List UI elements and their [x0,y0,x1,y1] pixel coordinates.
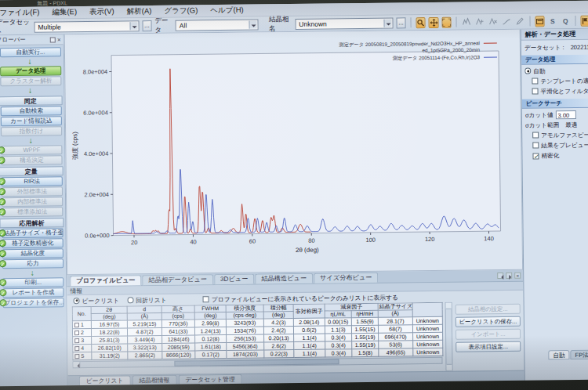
flow-step-21[interactable]: 結晶化度 [2,248,64,258]
close-icon[interactable]: × [57,37,61,42]
table-cell[interactable]: 0.20(13) [264,334,294,342]
zoom-fit-icon[interactable] [441,16,452,27]
chevron-down-icon[interactable] [249,20,257,28]
table-cell[interactable]: 1.55(15) [351,325,378,333]
vertical-scrollbar[interactable] [445,302,453,371]
table-cell[interactable]: Unknown [413,332,443,340]
pan-icon[interactable] [429,16,439,27]
row-number-cell[interactable]: 2 [72,329,91,337]
table-cell[interactable]: Unknown [412,316,442,324]
background-curve-icon[interactable] [501,16,511,27]
chevron-down-icon[interactable] [383,19,391,27]
dataset-combobox[interactable]: Multiple [34,20,139,33]
pencil-icon[interactable] [514,16,524,27]
option-checkbox[interactable]: テンプレートの適用 [532,76,588,87]
table-cell[interactable]: 4.2(3) [263,319,293,327]
flow-step-1[interactable]: 自動実行... [0,47,61,57]
row-number-cell[interactable]: 1 [72,321,91,329]
bottom-tab-2[interactable]: 結晶相情報 [132,375,176,385]
flow-step-20[interactable]: 格子定数精密化 [2,238,64,248]
table-cell[interactable]: 2085(59) [162,343,195,351]
phase-combobox[interactable]: Unknown [295,17,393,29]
table-cell[interactable]: 1.24(13) [194,327,226,335]
bottom-tab-3[interactable]: データセット管理 [178,374,241,385]
table-cell[interactable]: 770(36) [162,320,194,327]
table-cell[interactable]: 1534(76) [226,327,263,335]
profile-chart[interactable]: 204060801001201400.0e+0002.0e+0044.0e+00… [64,30,523,276]
table-cell[interactable]: 0.6(2) [293,326,325,334]
table-cell[interactable]: 25.81(3) [92,336,128,345]
peak-search-icon[interactable] [461,16,471,27]
view-tab-4[interactable]: 結晶構造ビュー [255,273,313,284]
peak-list-button-4[interactable]: 表示項目設定... [456,341,521,352]
table-cell[interactable]: 1284(46) [162,335,195,343]
table-cell[interactable]: 8666(120) [162,351,195,359]
table-cell[interactable]: 26.82(10) [92,344,128,352]
table-cell[interactable]: 1.55(19) [352,341,379,348]
menu-item-5[interactable]: グラフ(G) [158,5,204,16]
table-cell[interactable]: 68(7) [378,325,412,333]
option-checkbox[interactable]: 精密化 [532,150,559,161]
s-icon[interactable]: S [548,16,558,27]
flow-step-24[interactable]: 印刷... [2,277,64,287]
table-cell[interactable]: 696(470) [379,333,413,341]
table-cell[interactable]: 2.08(14) [293,318,325,326]
row-checkbox[interactable] [74,346,79,351]
table-cell[interactable]: 1.1(4) [294,334,325,341]
table-cell[interactable]: 0.00(15) [325,318,351,326]
table-cell[interactable]: 28.1(7) [378,317,412,325]
table-cell[interactable]: 1.55(9) [351,317,378,325]
magnifier-icon[interactable] [416,17,426,28]
option-checkbox[interactable]: 結果をプレビュー [532,140,588,151]
mode-tab-2[interactable]: FP法 [570,350,588,359]
table-cell[interactable]: 0.17(2) [195,351,227,359]
peak-list-button-2[interactable]: ピークリストの保存... [456,316,521,327]
table-cell[interactable]: 16.97(5) [91,320,127,329]
view-tab-5[interactable]: サイズ分布ビュー [314,273,379,283]
table-cell[interactable]: 0.3(4) [325,334,352,341]
flow-step-19[interactable]: 結晶子サイズ・格子歪 [2,228,64,238]
table-cell[interactable]: 1874(203) [227,350,264,359]
diffraction-list-radio[interactable]: 回折リスト [127,295,167,305]
sigma-cut-input[interactable]: 3.00 [555,110,575,119]
close-icon[interactable]: × [514,273,521,279]
menu-item-2[interactable]: 編集(E) [45,7,83,18]
table-cell[interactable]: 3.449(4) [128,336,162,344]
scrollbar-thumb[interactable] [174,359,339,366]
row-checkbox[interactable] [74,330,79,335]
peak-list-table[interactable]: No.2θd高さFWHM積分強度積分幅非対称因子減衰因子結晶子サイズ(deg)(… [72,302,444,360]
view-tab-3[interactable]: 3Dビュー [214,274,255,285]
table-cell[interactable]: 256(153) [227,334,264,343]
table-cell[interactable]: 31.19(2) [92,352,128,360]
table-cell[interactable]: 0.22(3) [264,350,294,358]
peak-list-radio[interactable]: ピークリスト [73,296,119,305]
table-cell[interactable]: 3243(93) [226,319,263,327]
pin-icon[interactable] [50,37,56,42]
auto-radio[interactable]: 自動 [524,66,545,76]
row-checkbox[interactable] [74,338,79,343]
row-number-cell[interactable]: 4 [73,345,92,352]
table-cell[interactable]: 1.1(4) [294,349,325,357]
dataset-more-button[interactable]: ... [142,20,152,31]
view-tab-2[interactable]: 結晶相データビュー [142,274,213,285]
table-cell[interactable]: 641(33) [162,327,194,335]
filter-visible-peaks-checkbox[interactable]: プロファイルビューに表示されているピークのみリストに表示する [203,293,398,304]
option-checkbox[interactable]: 平滑化とフィルター [532,86,588,97]
table-cell[interactable]: Unknown [413,348,443,356]
peak-add-icon[interactable] [474,16,485,27]
bottom-tab-1[interactable]: ピークリスト [79,375,131,385]
chart-canvas[interactable]: 204060801001201400.0e+0002.0e+0044.0e+00… [66,31,510,273]
table-cell[interactable]: 2.4(2) [263,327,293,334]
page-right-icon[interactable] [506,273,512,279]
table-cell[interactable]: 53(6) [379,341,413,348]
chevron-down-icon[interactable] [129,22,137,30]
data-combobox[interactable]: All [176,19,259,31]
table-cell[interactable]: 4.87(2) [127,328,162,336]
flow-step-26[interactable]: プロジェクトを保存... [3,298,64,308]
flow-step-7[interactable]: 自動検索 [1,106,62,116]
q-icon[interactable]: Q [561,15,571,26]
table-cell[interactable]: 496(65) [379,348,413,356]
row-checkbox[interactable] [74,323,79,327]
scroll-left-icon[interactable] [73,362,80,367]
table-cell[interactable]: 3.322(13) [128,344,162,352]
